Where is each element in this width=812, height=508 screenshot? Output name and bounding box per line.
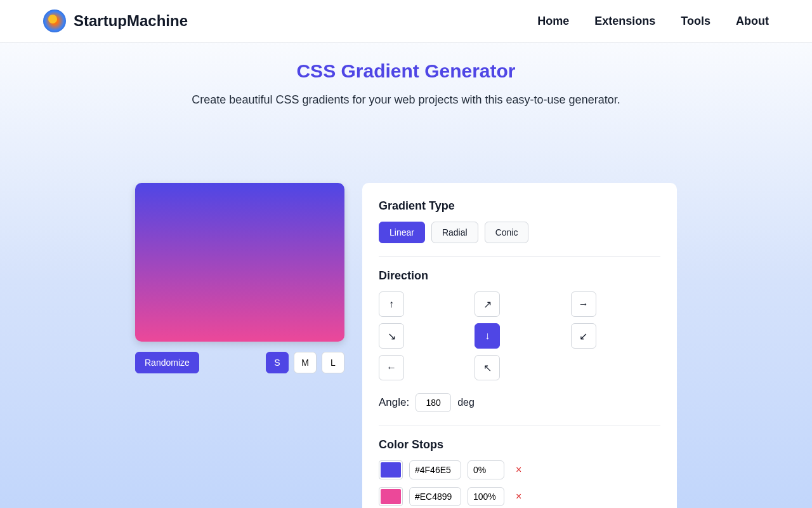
preview-controls: Randomize S M L — [135, 352, 344, 373]
dir-right-button[interactable]: → — [571, 291, 596, 317]
dir-down-button[interactable]: ↓ — [475, 323, 500, 349]
hero: CSS Gradient Generator Create beautiful … — [0, 43, 812, 119]
type-radial-button[interactable]: Radial — [431, 222, 478, 243]
nav-extensions[interactable]: Extensions — [594, 15, 655, 28]
divider — [379, 256, 660, 257]
dir-up-left-button[interactable]: ↖ — [475, 355, 500, 380]
direction-grid: ↑ ↗ → ↘ ↓ ↙ ← ↖ — [379, 291, 660, 380]
size-buttons: S M L — [266, 352, 344, 373]
color-pos-input-0[interactable] — [468, 460, 504, 479]
nav-home[interactable]: Home — [537, 15, 569, 28]
color-swatch-1[interactable] — [379, 487, 403, 506]
divider — [379, 425, 660, 425]
size-l-button[interactable]: L — [322, 352, 344, 373]
angle-unit: deg — [457, 397, 475, 408]
gradient-type-title: Gradient Type — [379, 199, 660, 213]
color-swatch-inner-0 — [381, 462, 401, 478]
type-conic-button[interactable]: Conic — [485, 222, 529, 243]
size-s-button[interactable]: S — [266, 352, 289, 373]
color-pos-input-1[interactable] — [468, 487, 504, 506]
color-swatch-0[interactable] — [379, 460, 403, 479]
page-title: CSS Gradient Generator — [13, 60, 799, 82]
color-stop-row-1: × — [379, 487, 660, 506]
brand-name: StartupMachine — [74, 12, 188, 30]
direction-title: Direction — [379, 269, 660, 283]
page-subtitle: Create beautiful CSS gradients for your … — [13, 93, 799, 107]
controls-panel: Gradient Type Linear Radial Conic Direct… — [362, 183, 677, 508]
dir-left-button[interactable]: ← — [379, 355, 404, 380]
navbar: StartupMachine Home Extensions Tools Abo… — [0, 0, 812, 43]
size-m-button[interactable]: M — [294, 352, 317, 373]
dir-up-right-button[interactable]: ↗ — [475, 291, 500, 317]
nav-about[interactable]: About — [736, 15, 769, 28]
preview-section: Randomize S M L — [135, 183, 344, 508]
color-swatch-inner-1 — [381, 489, 401, 504]
nav-tools[interactable]: Tools — [681, 15, 710, 28]
color-stops-title: Color Stops — [379, 438, 660, 451]
gradient-preview — [135, 183, 344, 342]
angle-label: Angle: — [379, 396, 409, 409]
dir-up-button[interactable]: ↑ — [379, 291, 404, 317]
color-hex-input-0[interactable] — [409, 460, 461, 479]
color-hex-input-1[interactable] — [409, 487, 461, 506]
main-content: Randomize S M L Gradient Type Linear Rad… — [0, 119, 812, 508]
dir-down-right-button[interactable]: ↘ — [379, 323, 404, 349]
randomize-button[interactable]: Randomize — [135, 352, 199, 373]
type-linear-button[interactable]: Linear — [379, 222, 425, 243]
angle-input[interactable] — [416, 393, 451, 412]
logo-section[interactable]: StartupMachine — [43, 10, 188, 32]
remove-stop-button-1[interactable]: × — [511, 488, 527, 505]
angle-row: Angle: deg — [379, 393, 660, 412]
nav-links: Home Extensions Tools About — [537, 15, 769, 28]
remove-stop-button-0[interactable]: × — [511, 462, 527, 478]
dir-down-left-button[interactable]: ↙ — [571, 323, 596, 349]
type-buttons: Linear Radial Conic — [379, 222, 660, 243]
logo-icon — [43, 10, 66, 32]
color-stop-row-0: × — [379, 460, 660, 479]
